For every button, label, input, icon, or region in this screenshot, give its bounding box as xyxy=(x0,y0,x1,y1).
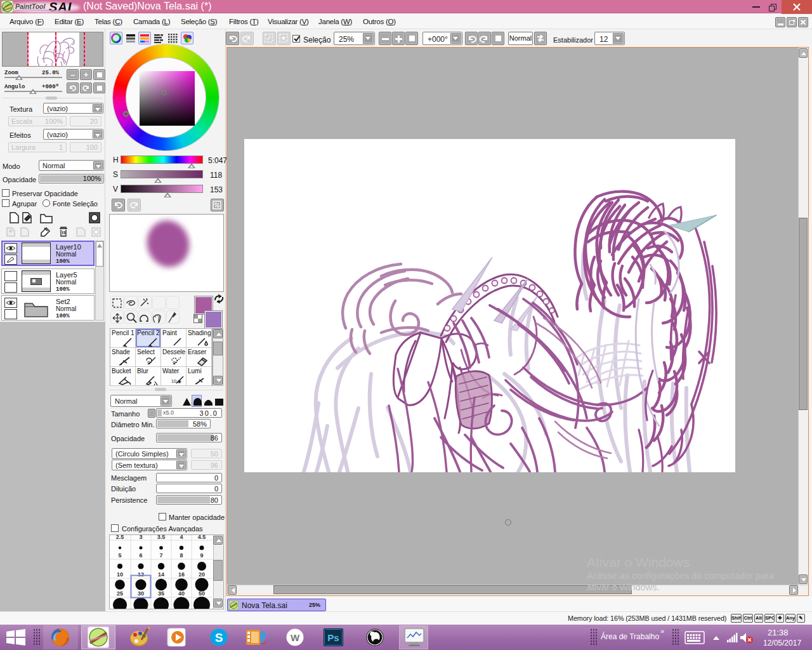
svg-text:10:◉: 10:◉ xyxy=(171,379,181,383)
svg-text:S: S xyxy=(215,631,223,644)
svg-text:6: 6 xyxy=(139,552,142,559)
svg-text:5: 5 xyxy=(118,552,121,559)
svg-text:S: S xyxy=(173,361,176,365)
svg-text:20: 20 xyxy=(199,571,205,578)
svg-text:30: 30 xyxy=(138,590,144,597)
svg-text:7: 7 xyxy=(159,552,162,559)
svg-text:9: 9 xyxy=(200,552,203,559)
svg-text:14: 14 xyxy=(158,571,164,578)
svg-text:3.5: 3.5 xyxy=(157,535,166,540)
svg-text:12: 12 xyxy=(138,571,144,578)
svg-text:8: 8 xyxy=(180,552,183,559)
svg-text:SAI: SAI xyxy=(49,0,72,14)
svg-text:10: 10 xyxy=(117,571,123,578)
svg-text:35: 35 xyxy=(158,590,164,597)
svg-text:25: 25 xyxy=(117,590,123,597)
svg-text:16: 16 xyxy=(178,571,185,578)
svg-text:4: 4 xyxy=(180,535,183,540)
svg-text:3: 3 xyxy=(139,535,142,540)
svg-text:Ps: Ps xyxy=(327,632,339,643)
svg-text:40: 40 xyxy=(178,590,185,597)
svg-text:S: S xyxy=(147,361,150,365)
svg-text:4.5: 4.5 xyxy=(198,535,206,540)
svg-text:2.5: 2.5 xyxy=(116,535,124,540)
svg-text:PaintTool: PaintTool xyxy=(15,3,46,10)
svg-text:W: W xyxy=(291,632,300,643)
